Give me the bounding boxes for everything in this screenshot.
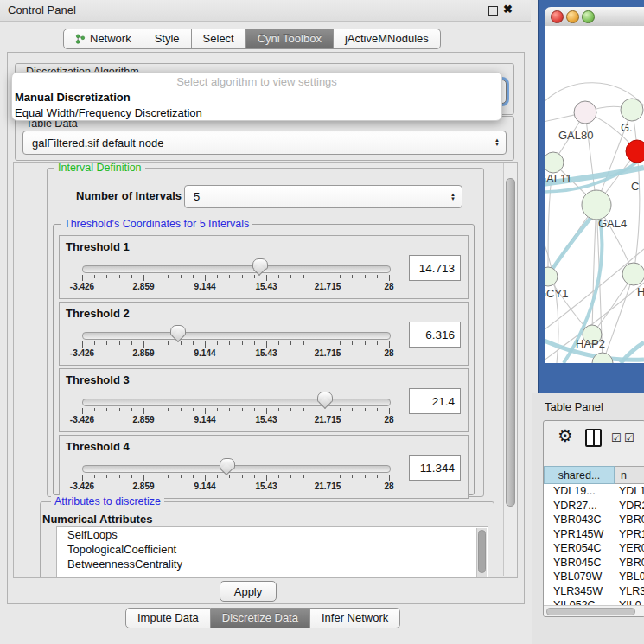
tab-label: Discretize Data xyxy=(222,609,298,628)
table-row[interactable]: YLR345WYLR3 xyxy=(544,584,644,599)
tab-style[interactable]: Style xyxy=(143,29,192,49)
node-gal11[interactable] xyxy=(545,152,564,173)
slider-tick xyxy=(168,408,169,411)
node-red[interactable] xyxy=(626,140,644,163)
slider-tick xyxy=(290,341,291,345)
slider-tick xyxy=(106,475,107,478)
node-gal4[interactable] xyxy=(582,190,611,220)
network-canvas[interactable]: GAL80G.GAL11CGAL4GCY1HHAP2 xyxy=(545,26,644,363)
slider-thumb[interactable] xyxy=(220,458,235,469)
table-data-combobox[interactable]: galFiltered.sif default node ▲▼ xyxy=(22,131,507,155)
slider-tick xyxy=(131,408,132,411)
settings-vertical-scrollbar[interactable] xyxy=(503,163,517,576)
tab-discretize-data[interactable]: Discretize Data xyxy=(211,608,310,628)
slider-thumb[interactable] xyxy=(170,325,186,336)
table-horizontal-scrollbar-thumb[interactable] xyxy=(546,608,635,615)
slider-tick xyxy=(119,475,120,478)
zoom-light-icon[interactable] xyxy=(582,10,595,23)
attributes-list-scrollbar[interactable] xyxy=(476,528,487,577)
tab-label: Select xyxy=(203,29,234,48)
tab-infer-network[interactable]: Infer Network xyxy=(310,608,400,628)
slider-track[interactable] xyxy=(82,265,391,273)
checkbox-icon[interactable]: ☑ xyxy=(611,431,622,444)
thresholds-group-title: Threshold's Coordinates for 5 Intervals xyxy=(61,218,252,230)
slider-track[interactable] xyxy=(82,465,391,473)
close-panel-icon[interactable]: ✖ xyxy=(503,3,513,16)
table-row[interactable]: YER054CYER0 xyxy=(544,541,644,556)
tab-select[interactable]: Select xyxy=(192,29,246,49)
settings-vertical-scrollbar-thumb[interactable] xyxy=(506,178,515,507)
attribute-item-selfloops[interactable]: SelfLoops xyxy=(57,527,488,542)
slider-tick xyxy=(352,475,353,478)
slider-tick xyxy=(328,408,328,414)
tab-network[interactable]: Network xyxy=(63,29,143,49)
table-horizontal-scrollbar[interactable] xyxy=(544,605,644,616)
tab-jactivemnodules[interactable]: jActiveMNodules xyxy=(334,29,441,49)
split-columns-icon[interactable] xyxy=(585,429,602,447)
table-row[interactable]: YPR145WYPR1 xyxy=(544,527,644,542)
slider-tick-label: 2.859 xyxy=(132,481,154,491)
threshold-value-field[interactable]: 21.4 xyxy=(409,388,461,414)
number-of-intervals-combobox[interactable]: 5 ▲▼ xyxy=(184,185,462,208)
minimize-light-icon[interactable] xyxy=(566,10,579,23)
threshold-value-field[interactable]: 11.344 xyxy=(409,455,461,481)
slider-track[interactable] xyxy=(82,332,391,340)
attribute-item-topologicalcoefficient[interactable]: TopologicalCoefficient xyxy=(57,542,488,557)
slider-tick xyxy=(254,341,255,345)
column-header-name[interactable]: n xyxy=(615,466,644,484)
threshold-value-field[interactable]: 14.713 xyxy=(409,255,461,281)
cell-shared-name: YBR045C xyxy=(544,557,613,569)
slider-tick-label: 21.715 xyxy=(315,348,341,358)
slider-tick xyxy=(119,275,120,278)
slider-tick xyxy=(181,275,182,278)
threshold-value-field[interactable]: 6.316 xyxy=(409,322,461,348)
node-gcy1[interactable] xyxy=(545,267,558,286)
tab-cyni-toolbox[interactable]: Cyni Toolbox xyxy=(246,29,334,49)
checkbox-icon[interactable]: ☑ xyxy=(624,431,634,444)
table-row[interactable]: YBL079WYBL0 xyxy=(544,570,644,584)
cell-name: YBR0 xyxy=(613,513,644,526)
attributes-group-title: Attributes to discretize xyxy=(51,495,164,507)
algorithm-option-manual-discretization[interactable]: Manual Discretization xyxy=(12,90,501,105)
apply-button[interactable]: Apply xyxy=(220,581,277,602)
node-label-gal80: GAL80 xyxy=(558,129,593,142)
attribute-item-betweennesscentrality[interactable]: BetweennessCentrality xyxy=(57,557,488,571)
node-label-hap2: HAP2 xyxy=(576,337,605,350)
threshold-label: Threshold 4 xyxy=(66,440,130,453)
network-edge[interactable] xyxy=(592,205,596,335)
tab-impute-data[interactable]: Impute Data xyxy=(125,608,211,628)
cell-name: YDR2 xyxy=(613,500,644,512)
network-edge[interactable] xyxy=(603,274,634,363)
slider-tick-label: 15.43 xyxy=(255,415,277,424)
column-header-shared-name[interactable]: shared... xyxy=(544,466,615,484)
slider-tick xyxy=(193,275,194,278)
slider-tick-label: 28 xyxy=(384,348,393,358)
node-gal80[interactable] xyxy=(574,101,596,124)
slider-track[interactable] xyxy=(82,399,391,406)
gear-icon[interactable]: ⚙ xyxy=(558,425,573,446)
numerical-attributes-list[interactable]: SelfLoopsTopologicalCoefficientBetweenne… xyxy=(56,526,488,578)
cell-name: YPR1 xyxy=(613,528,644,540)
slider-tick-label: 9.144 xyxy=(194,348,215,358)
close-light-icon[interactable] xyxy=(551,10,564,23)
slider-tick xyxy=(217,475,218,478)
slider-tick xyxy=(389,475,390,481)
cell-name: YER0 xyxy=(613,542,644,554)
slider-tick xyxy=(229,408,230,411)
node-right-h[interactable] xyxy=(622,263,644,285)
float-panel-icon[interactable] xyxy=(488,6,498,16)
network-graph[interactable]: GAL80G.GAL11CGAL4GCY1HHAP2 xyxy=(545,26,644,363)
slider-tick-label: 2.859 xyxy=(132,415,154,424)
attributes-list-scrollbar-thumb[interactable] xyxy=(478,530,486,573)
node-top-right[interactable] xyxy=(621,99,643,121)
slider-thumb[interactable] xyxy=(252,258,268,270)
table-row[interactable]: YDL19...YDL1 xyxy=(544,484,644,499)
slider-thumb[interactable] xyxy=(317,392,333,403)
table-row[interactable]: YBR045CYBR0 xyxy=(544,556,644,571)
slider-tick xyxy=(316,341,316,345)
table-row[interactable]: YBR043CYBR0 xyxy=(544,513,644,527)
slider-tick xyxy=(205,475,206,481)
algorithm-option-equal-width-frequency-discretization[interactable]: Equal Width/Frequency Discretization xyxy=(12,105,501,121)
table-row[interactable]: YDR27...YDR2 xyxy=(544,499,644,513)
number-of-intervals-value: 5 xyxy=(194,190,200,203)
